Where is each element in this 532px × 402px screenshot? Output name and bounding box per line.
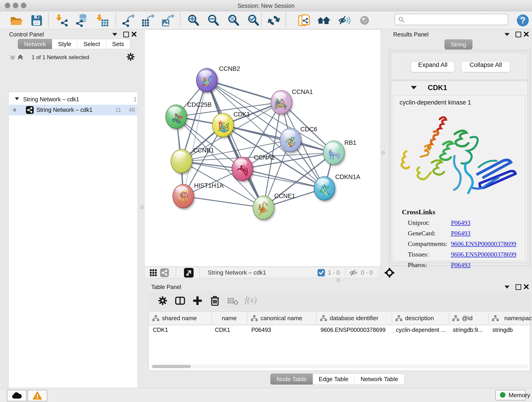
network-node-rb1[interactable] xyxy=(323,141,344,165)
network-collection-row[interactable]: String Network – cdk1 1 xyxy=(8,94,138,104)
left-splitter-handle[interactable] xyxy=(140,205,144,209)
column-separator[interactable] xyxy=(247,313,248,323)
network-node-ccna1[interactable] xyxy=(271,90,292,114)
table-settings-gear-icon[interactable] xyxy=(158,296,167,305)
table-cell[interactable]: cyclin-dependent ... xyxy=(396,327,446,333)
refresh-button[interactable] xyxy=(267,13,281,27)
network-node-cdk1[interactable] xyxy=(212,113,234,137)
network-edge[interactable] xyxy=(183,196,264,208)
table-row[interactable]: CDK1CDK1P064939606.ENSP00000378699cyclin… xyxy=(149,325,530,335)
grid-view-icon[interactable] xyxy=(150,269,157,276)
scrollbar-thumb[interactable] xyxy=(152,365,191,368)
network-canvas[interactable]: CCNB2CCNA1CDC25BCDK1CDC6RB1CCNB1CCNA2CDK… xyxy=(144,29,381,267)
warnings-button[interactable] xyxy=(27,390,47,401)
function-builder-icon[interactable]: f(x) xyxy=(245,295,257,305)
delete-table-icon[interactable] xyxy=(227,297,239,305)
open-session-button[interactable] xyxy=(9,13,23,27)
zoom-out-button[interactable] xyxy=(207,13,220,27)
network-node-ccne1[interactable] xyxy=(253,196,274,220)
crosslink-value-link[interactable]: P06493 xyxy=(451,219,471,226)
column-separator[interactable] xyxy=(449,313,449,323)
tab-select[interactable]: Select xyxy=(77,39,106,49)
panel-menu-icon[interactable] xyxy=(505,286,510,288)
network-node-ccna2[interactable] xyxy=(232,157,253,181)
tab-sets[interactable]: Sets xyxy=(106,39,130,49)
selected-checkbox-icon[interactable] xyxy=(317,269,325,276)
open-in-window-icon[interactable] xyxy=(184,268,194,278)
zoom-fit-button[interactable] xyxy=(227,13,241,27)
tab-style[interactable]: Style xyxy=(52,39,77,49)
panel-close-icon[interactable] xyxy=(524,32,529,37)
column-header-shared-name[interactable]: shared name xyxy=(162,315,197,322)
table-cell[interactable]: 9606.ENSP00000378699 xyxy=(321,327,386,333)
column-separator[interactable] xyxy=(392,313,392,323)
node-table[interactable]: shared namenamecanonical namedatabase id… xyxy=(148,311,530,371)
expand-all-button[interactable]: Expand All xyxy=(411,61,455,72)
column-header-namespace[interactable]: namespace xyxy=(504,315,532,322)
import-table-file-button[interactable] xyxy=(95,13,109,27)
horizontal-scrollbar[interactable] xyxy=(151,365,528,368)
right-splitter-handle[interactable] xyxy=(381,151,385,155)
network-edge[interactable] xyxy=(207,80,281,102)
expand-all-icon[interactable] xyxy=(17,54,24,61)
network-options-gear-icon[interactable] xyxy=(127,53,135,61)
table-cell[interactable]: P06493 xyxy=(251,327,271,333)
tab-edge-table[interactable]: Edge Table xyxy=(313,374,355,385)
export-table-button[interactable] xyxy=(141,13,155,27)
tab-network-table[interactable]: Network Table xyxy=(355,374,404,385)
column-separator[interactable] xyxy=(488,313,489,323)
memory-button[interactable]: Memory xyxy=(495,390,526,400)
collapse-all-icon[interactable] xyxy=(9,54,16,61)
collapse-all-button[interactable]: Collapse All xyxy=(461,61,510,72)
network-node-cdc25b[interactable] xyxy=(166,105,187,128)
column-header-description[interactable]: description xyxy=(405,315,434,322)
panel-close-icon[interactable] xyxy=(132,32,137,37)
panel-close-icon[interactable] xyxy=(524,284,529,289)
cloud-status-button[interactable] xyxy=(7,390,27,401)
table-cell[interactable]: CDK1 xyxy=(215,327,230,333)
crosslink-value-link[interactable]: 9606.ENSP00000378699 xyxy=(451,251,516,258)
column-header--id[interactable]: @id xyxy=(462,315,473,322)
panel-float-icon[interactable] xyxy=(515,284,521,290)
column-separator[interactable] xyxy=(317,313,317,323)
network-row-selected[interactable]: String Network – cdk1 11 48 xyxy=(9,105,137,115)
network-share-icon[interactable] xyxy=(160,268,169,277)
crosslink-value-link[interactable]: P06493 xyxy=(451,230,471,237)
column-visibility-icon[interactable] xyxy=(175,296,185,306)
tab-network[interactable]: Network xyxy=(18,39,52,49)
tab-node-table[interactable]: Node Table xyxy=(270,374,313,385)
lens-icon[interactable] xyxy=(358,13,371,27)
column-header-canonical-name[interactable]: canonical name xyxy=(260,315,302,322)
home-button[interactable] xyxy=(317,13,331,27)
network-edge[interactable] xyxy=(242,169,324,188)
column-header-database-identifier[interactable]: database identifier xyxy=(330,315,378,322)
network-node-ccnb2[interactable] xyxy=(196,68,217,92)
tab-string-results[interactable]: String xyxy=(444,39,472,50)
export-network-button[interactable] xyxy=(121,13,135,27)
help-button[interactable]: ? xyxy=(516,13,530,27)
zoom-in-button[interactable] xyxy=(187,13,201,27)
add-column-icon[interactable] xyxy=(192,296,203,306)
crosslink-value-link[interactable]: 9606.ENSP00000378699 xyxy=(451,240,516,248)
table-cell[interactable]: stringdb xyxy=(492,327,513,333)
panel-float-icon[interactable] xyxy=(515,32,521,37)
card-collapse-icon[interactable] xyxy=(411,86,417,89)
network-node-ccnb1[interactable] xyxy=(171,149,192,173)
panel-menu-icon[interactable] xyxy=(505,33,510,36)
delete-column-icon[interactable] xyxy=(210,295,220,306)
hidden-eye-icon[interactable] xyxy=(349,269,358,277)
panel-float-icon[interactable] xyxy=(123,32,129,37)
network-node-hist1h1a[interactable] xyxy=(173,184,194,208)
bottom-splitter-handle[interactable] xyxy=(336,278,340,282)
hide-glass-button[interactable] xyxy=(337,13,351,27)
network-node-cdc6[interactable] xyxy=(280,128,301,152)
column-header-name[interactable]: name xyxy=(211,315,247,322)
import-network-file-button[interactable] xyxy=(55,13,69,27)
search-input[interactable] xyxy=(407,15,504,23)
zoom-selected-button[interactable] xyxy=(247,13,260,27)
tree-expander-icon[interactable] xyxy=(15,97,19,100)
import-network-database-button[interactable] xyxy=(75,13,89,27)
save-session-button[interactable] xyxy=(30,13,44,27)
panel-menu-icon[interactable] xyxy=(112,33,117,36)
crosslink-value-link[interactable]: P06493 xyxy=(451,261,471,269)
